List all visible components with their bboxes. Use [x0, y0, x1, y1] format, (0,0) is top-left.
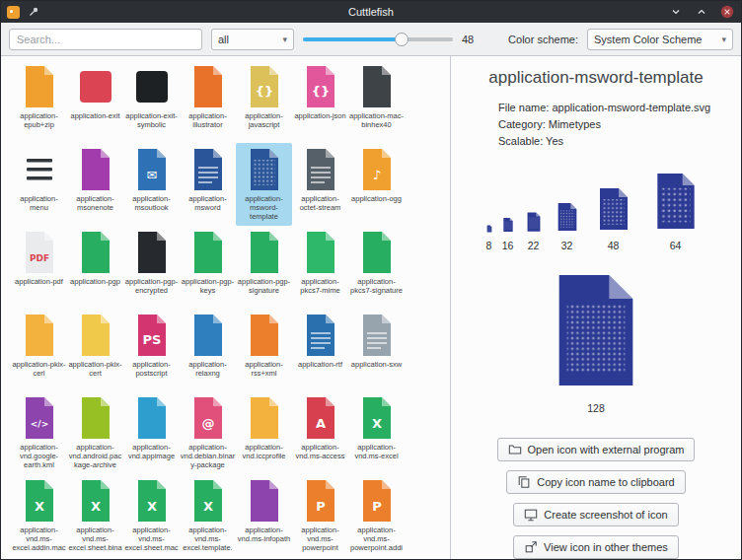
- mimetype-icon: X: [128, 477, 176, 525]
- icon-preview-128-label: 128: [451, 402, 741, 414]
- pin-icon[interactable]: [26, 4, 41, 20]
- icon-grid-item[interactable]: application-pkcs7-mime: [292, 226, 348, 309]
- icon-grid-item[interactable]: application-relaxng: [180, 309, 236, 391]
- icon-grid-item[interactable]: application-exit-symbolic: [123, 60, 180, 143]
- color-scheme-select[interactable]: System Color Scheme ▾: [587, 29, 733, 50]
- icon-grid-item[interactable]: application-illustrator: [180, 60, 236, 143]
- icon-grid-item[interactable]: application-msword-template: [236, 143, 292, 226]
- icon-grid-item[interactable]: PDFapplication-pdf: [11, 226, 67, 309]
- icon-grid-item[interactable]: application-msword: [180, 143, 236, 226]
- create-screenshot-of-icon-button[interactable]: Create screenshot of icon: [513, 503, 678, 526]
- icon-grid[interactable]: application-epub+zipapplication-exitappl…: [1, 56, 451, 559]
- icon-grid-item[interactable]: </>application-vnd.google-earth.kml: [11, 391, 67, 474]
- icon-grid-item[interactable]: Xapplication-vnd.ms-excel.sheet.binary.m…: [67, 474, 123, 557]
- icon-grid-item[interactable]: PSapplication-postscript: [123, 309, 180, 391]
- icon-grid-item[interactable]: application-exit: [67, 60, 123, 143]
- icon-grid-item[interactable]: application-pkcs7-signature: [348, 226, 405, 309]
- icon-grid-item[interactable]: @application-vnd.debian.binary-package: [180, 391, 236, 474]
- mimetype-icon: X: [185, 477, 232, 525]
- icon-label: application-vnd.ms-excel.addin.macroEnab…: [12, 525, 67, 552]
- size-value: 48: [462, 34, 480, 45]
- maximize-button[interactable]: [694, 4, 709, 20]
- mimetype-icon: [185, 63, 232, 110]
- icon-grid-item[interactable]: Xapplication-vnd.ms-excel: [348, 391, 405, 474]
- icon-grid-item[interactable]: application-sxw: [348, 309, 405, 391]
- themes-icon: [524, 540, 538, 554]
- icon-grid-item[interactable]: {}application-json: [292, 60, 348, 143]
- mimetype-icon: [353, 63, 401, 110]
- icon-label: application-msword-template: [237, 194, 292, 221]
- icon-grid-item[interactable]: Papplication-vnd.ms-powerpoint.addin.mac…: [348, 474, 405, 557]
- open-icon-with-external-program-button[interactable]: Open icon with external program: [497, 438, 696, 461]
- icon-grid-item[interactable]: ✉application-msoutlook: [123, 143, 180, 226]
- svg-text:PS: PS: [142, 332, 161, 347]
- icon-grid-item[interactable]: application-rtf: [292, 309, 348, 391]
- svg-text:P: P: [372, 499, 382, 514]
- icon-grid-item[interactable]: Xapplication-vnd.ms-excel.template.macro…: [180, 474, 236, 557]
- mimetype-icon: [241, 229, 288, 276]
- icon-grid-item[interactable]: application-rss+xml: [236, 309, 292, 391]
- icon-label: application-pkix-cert: [68, 360, 123, 378]
- icon-grid-item[interactable]: application-vnd.android.package-archive: [67, 391, 123, 474]
- mimetype-icon: X: [72, 477, 119, 525]
- icon-grid-item[interactable]: application-msonenote: [67, 143, 123, 226]
- slider-fill: [303, 37, 402, 41]
- size-slider[interactable]: [303, 29, 453, 50]
- icon-label: application-relaxng: [181, 360, 236, 378]
- icon-grid-item[interactable]: Xapplication-vnd.ms-excel.addin.macroEna…: [11, 474, 67, 557]
- view-icon-in-other-themes-button[interactable]: View icon in other themes: [513, 535, 679, 559]
- icon-label: application-pgp-signature: [237, 277, 292, 295]
- slider-handle[interactable]: [395, 33, 408, 46]
- info-row: Scalable: Yes: [498, 133, 741, 150]
- mimetype-icon: </>: [16, 394, 63, 442]
- icon-label: application-vnd.ms-access: [293, 443, 348, 460]
- size-preview-32: 32: [552, 201, 583, 251]
- icon-grid-item[interactable]: application-vnd.iccprofile: [236, 391, 292, 474]
- icon-label: application-pkcs7-signature: [349, 277, 405, 295]
- icon-label: application-postscript: [124, 360, 180, 378]
- icon-grid-item[interactable]: application-vnd.ms-infopath: [236, 474, 292, 557]
- size-label: 64: [670, 240, 682, 251]
- icon-label: application-octet-stream: [293, 194, 348, 212]
- minimize-button[interactable]: [668, 4, 684, 20]
- svg-text:X: X: [371, 416, 381, 431]
- mimetype-icon: [297, 229, 344, 276]
- icon-label: application-pkix-cerl: [12, 360, 67, 378]
- icon-label: application-msoutlook: [124, 194, 180, 212]
- icon-grid-item[interactable]: application-pgp-keys: [180, 226, 236, 309]
- icon-grid-item[interactable]: application-pkix-cert: [67, 309, 123, 391]
- icon-grid-item[interactable]: application-epub+zip: [11, 60, 67, 143]
- icon-label: application-json: [293, 111, 348, 120]
- icon-grid-item[interactable]: application-pgp: [67, 226, 123, 309]
- icon-grid-item[interactable]: application-octet-stream: [292, 143, 348, 226]
- close-button[interactable]: [719, 4, 735, 20]
- app-icon: [7, 6, 20, 19]
- icon-grid-item[interactable]: application-vnd.appimage: [123, 391, 180, 474]
- icon-grid-item[interactable]: application-pgp-encrypted: [123, 226, 180, 309]
- svg-text:✉: ✉: [146, 168, 157, 182]
- icon-grid-item[interactable]: application-mac-binhex40: [348, 60, 405, 143]
- svg-text:X: X: [202, 499, 212, 514]
- icon-grid-item[interactable]: Aapplication-vnd.ms-access: [292, 391, 348, 474]
- detail-title: application-msword-template: [455, 68, 737, 88]
- icon-grid-item[interactable]: Papplication-vnd.ms-powerpoint: [292, 474, 348, 557]
- action-buttons: Open icon with external programCopy icon…: [451, 438, 741, 559]
- icon-grid-item[interactable]: application-menu: [11, 143, 67, 226]
- icon-grid-item[interactable]: {}application-javascript: [236, 60, 292, 143]
- icon-grid-item[interactable]: application-pkix-cerl: [11, 309, 67, 391]
- mimetype-icon: [297, 312, 344, 359]
- icon-label: application-menu: [12, 194, 67, 212]
- icon-grid-item[interactable]: Xapplication-vnd.ms-excel.sheet.macroEna…: [123, 474, 180, 557]
- icon-grid-item[interactable]: application-pgp-signature: [236, 226, 292, 309]
- size-label: 16: [502, 240, 514, 251]
- icon-preview: [523, 211, 545, 237]
- mimetype-icon: X: [16, 477, 63, 525]
- mimetype-icon: [72, 394, 119, 442]
- mimetype-icon: ♪: [353, 146, 401, 193]
- mimetype-icon: [72, 63, 119, 110]
- icon-grid-item[interactable]: ♪application-ogg: [348, 143, 405, 226]
- icon-label: application-vnd.ms-excel.sheet.binary.ma…: [68, 525, 123, 552]
- search-input[interactable]: [9, 29, 202, 50]
- copy-icon-name-to-clipboard-button[interactable]: Copy icon name to clipboard: [506, 470, 685, 494]
- filter-select[interactable]: all ▾: [211, 29, 294, 50]
